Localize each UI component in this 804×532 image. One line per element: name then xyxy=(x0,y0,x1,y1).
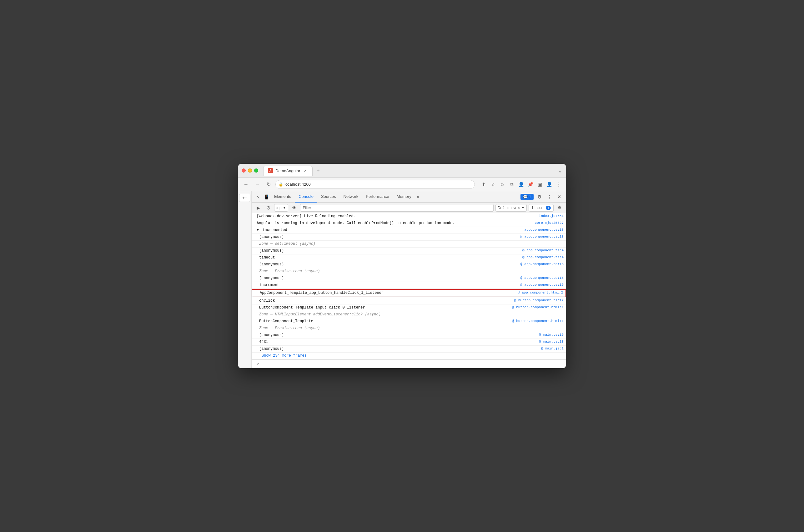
new-tab-button[interactable]: + xyxy=(314,166,323,175)
minimize-window-button[interactable] xyxy=(248,169,252,173)
issues-label: 1 Issue: xyxy=(531,206,544,210)
console-levels-selector[interactable]: Default levels ▼ xyxy=(496,204,527,212)
console-filter-input[interactable] xyxy=(300,204,494,212)
console-line-source[interactable]: @ main.js:2 xyxy=(541,347,563,350)
tab-memory[interactable]: Memory xyxy=(393,191,415,203)
console-line-source[interactable]: @ main.ts:15 xyxy=(539,333,563,337)
console-line-source[interactable]: @ main.ts:13 xyxy=(539,340,563,343)
console-block-button[interactable]: ⊘ xyxy=(264,204,272,212)
levels-dropdown-icon: ▼ xyxy=(521,206,524,209)
more-options-icon[interactable]: ⋮ xyxy=(555,180,562,188)
main-area: + − ↖ 📱 Elements Console Sources Network… xyxy=(238,191,566,368)
highlighted-console-row: AppComponent_Template_app_button_handleC… xyxy=(252,289,566,297)
devtools-more-button[interactable]: ⋮ xyxy=(545,193,554,201)
bookmark-icon[interactable]: ☆ xyxy=(489,180,497,188)
title-bar: A DemoAngular ✕ + ⌄ xyxy=(238,164,566,177)
active-tab[interactable]: A DemoAngular ✕ xyxy=(263,166,312,176)
reload-button[interactable]: ↻ xyxy=(264,180,273,189)
console-output: [webpack-dev-server] Live Reloading enab… xyxy=(252,213,566,368)
profile-icon[interactable]: 👤 xyxy=(517,180,525,188)
maximize-window-button[interactable] xyxy=(254,169,258,173)
console-line-source[interactable]: @ app.component.ts:16 xyxy=(520,262,563,266)
console-clear-button[interactable]: ▶ xyxy=(254,204,262,212)
avatar-icon[interactable]: 👤 xyxy=(545,180,553,188)
more-tabs-button[interactable]: » xyxy=(415,194,421,199)
console-line-content: ButtonComponent_Template xyxy=(259,319,507,324)
devtools-settings-button[interactable]: ⚙ xyxy=(535,193,543,201)
address-field[interactable]: localhost:4200 xyxy=(275,180,475,189)
console-line-content: timeout xyxy=(259,255,517,260)
console-issues-button[interactable]: 1 Issue: 1 xyxy=(529,204,554,212)
chat-badge: 1 xyxy=(529,195,531,199)
console-line: (anonymous) @ app.component.ts:16 xyxy=(252,261,566,268)
console-line-source[interactable]: @ app.component.ts:4 xyxy=(522,255,563,259)
show-more-frames-link[interactable]: Show 234 more frames xyxy=(262,354,307,358)
console-line-content: (anonymous) xyxy=(259,333,534,337)
console-line-content: increment xyxy=(259,283,515,287)
pin-icon[interactable]: 📌 xyxy=(527,180,534,188)
window-chevron-button[interactable]: ⌄ xyxy=(558,167,562,174)
console-line-source[interactable]: @ button.component.html:1 xyxy=(512,319,563,323)
console-line: Zone — Promise.then (async) xyxy=(252,325,566,332)
levels-label: Default levels xyxy=(498,206,520,210)
console-line-content: Zone — setTimeout (async) xyxy=(259,242,559,246)
console-line-content: ▼ incremented xyxy=(257,228,519,232)
devtools-chat-button[interactable]: 💬 1 xyxy=(520,194,534,200)
console-eye-button[interactable]: 👁 xyxy=(290,204,298,212)
console-line-source[interactable]: index.js:551 xyxy=(539,214,563,218)
console-line-source[interactable]: @ app.component.ts:16 xyxy=(520,276,563,280)
zoom-controls[interactable]: + − xyxy=(239,194,250,202)
devtools-mobile-tool[interactable]: 📱 xyxy=(262,193,270,201)
console-line: Zone — setTimeout (async) xyxy=(252,241,566,248)
share-icon[interactable]: ⬆ xyxy=(480,180,487,188)
console-line-source[interactable]: @ button.component.ts:17 xyxy=(514,299,563,302)
console-line-content: (anonymous) xyxy=(259,235,515,239)
console-input[interactable] xyxy=(262,362,563,366)
devtools-close-button[interactable]: ✕ xyxy=(555,193,563,201)
console-line-content: (anonymous) xyxy=(259,248,517,253)
face-icon[interactable]: ☺ xyxy=(499,180,506,188)
console-settings-button[interactable]: ⚙ xyxy=(555,204,563,212)
console-line: 4431 @ main.ts:13 xyxy=(252,339,566,346)
forward-button[interactable]: → xyxy=(253,180,262,189)
chat-icon: 💬 xyxy=(523,195,528,199)
tab-sources[interactable]: Sources xyxy=(317,191,340,203)
devtools-cursor-tool[interactable]: ↖ xyxy=(254,193,262,201)
console-line: (anonymous) @ main.ts:15 xyxy=(252,332,566,339)
lock-icon: 🔒 xyxy=(279,182,283,187)
console-line-source[interactable]: app.component.ts:18 xyxy=(524,228,563,232)
address-bar: ← → ↻ 🔒 localhost:4200 ⬆ ☆ ☺ ⧉ 👤 📌 ▣ 👤 ⋮ xyxy=(238,177,566,191)
console-line-source[interactable]: @ button.component.html:1 xyxy=(512,305,563,309)
browser-window: A DemoAngular ✕ + ⌄ ← → ↻ 🔒 localhost:42… xyxy=(238,164,566,368)
close-window-button[interactable] xyxy=(242,169,246,173)
tab-performance[interactable]: Performance xyxy=(362,191,393,203)
back-button[interactable]: ← xyxy=(242,180,250,189)
console-line-content: Zone — HTMLInputElement.addEventListener… xyxy=(259,312,559,317)
console-line-content: 4431 xyxy=(259,340,534,344)
console-line: AppComponent_Template_app_button_handleC… xyxy=(252,290,566,297)
browser-toolbar-icons: ⬆ ☆ ☺ ⧉ 👤 📌 ▣ 👤 ⋮ xyxy=(480,180,562,188)
console-context-selector[interactable]: top ▼ xyxy=(274,204,288,212)
console-line-source[interactable]: @ app.component.html:2 xyxy=(518,291,563,294)
console-line-source[interactable]: @ app.component.ts:18 xyxy=(520,235,563,239)
console-line-content: Angular is running in development mode. … xyxy=(257,221,530,225)
console-line-content: (anonymous) xyxy=(259,347,536,351)
console-line-content: (anonymous) xyxy=(259,276,515,280)
console-line-content: Zone — Promise.then (async) xyxy=(259,269,559,273)
console-line-content: onClick xyxy=(259,299,509,303)
sidebar-toggle-icon[interactable]: ▣ xyxy=(536,180,543,188)
tab-network[interactable]: Network xyxy=(340,191,362,203)
console-line-source[interactable]: @ app.component.ts:15 xyxy=(520,283,563,287)
tab-elements[interactable]: Elements xyxy=(270,191,295,203)
tab-close-button[interactable]: ✕ xyxy=(303,168,308,173)
console-line-content: AppComponent_Template_app_button_handleC… xyxy=(260,291,513,295)
extensions-icon[interactable]: ⧉ xyxy=(508,180,515,188)
console-prompt: > xyxy=(252,359,566,368)
console-line: (anonymous) @ app.component.ts:18 xyxy=(252,234,566,241)
console-line-source[interactable]: @ app.component.ts:4 xyxy=(522,248,563,252)
console-line-source[interactable]: core.mjs:25627 xyxy=(535,221,563,225)
console-line: onClick @ button.component.ts:17 xyxy=(252,298,566,304)
console-line-content: (anonymous) xyxy=(259,262,515,267)
console-line: ButtonComponent_Template @ button.compon… xyxy=(252,318,566,325)
tab-console[interactable]: Console xyxy=(295,191,317,203)
